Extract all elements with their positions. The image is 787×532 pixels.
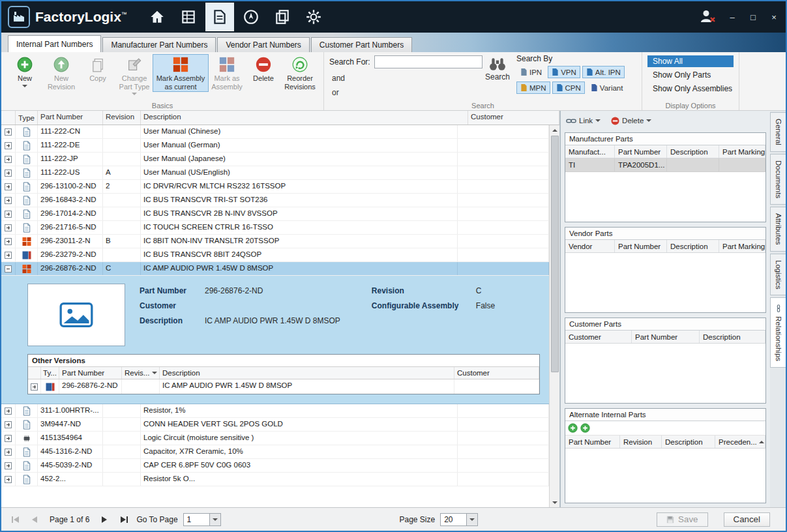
save-button[interactable]: Save [657, 512, 707, 527]
table-row[interactable]: 111-222-CN User Manual (Chinese) [1, 125, 549, 139]
filter-vpn[interactable]: VPN [548, 66, 580, 78]
scroll-up-icon[interactable] [550, 125, 559, 135]
dropdown-caret-icon[interactable] [466, 514, 477, 525]
column-description[interactable]: Description [141, 111, 468, 125]
ov-column-customer[interactable]: Customer [454, 367, 539, 379]
expand-icon[interactable] [5, 142, 12, 149]
column-customer[interactable]: Customer [565, 331, 632, 343]
column-part-number[interactable]: Part Number [632, 331, 700, 343]
worksheet-icon[interactable] [174, 3, 203, 31]
ov-column-description[interactable]: Description [160, 367, 454, 379]
expand-icon[interactable] [5, 183, 12, 190]
filter-mpn[interactable]: MPN [516, 81, 550, 94]
last-page-button[interactable] [117, 513, 131, 526]
table-row[interactable]: 3M9447-ND CONN HEADER VERT SGL 2POS GOLD [1, 418, 549, 432]
table-row[interactable]: 4151354964 Logic Circuit (moisture sensi… [1, 432, 549, 445]
maximize-button[interactable]: □ [748, 12, 758, 22]
column-customer[interactable]: Customer [468, 111, 559, 125]
table-row[interactable]: 296-23279-2-ND IC BUS TRANSCVR 8BIT 24QS… [1, 248, 549, 262]
side-tab-documents[interactable]: Documents [770, 154, 786, 205]
ov-column-revision[interactable]: Revis... [122, 367, 160, 379]
tab-manufacturer-part-numbers[interactable]: Manufacturer Part Numbers [102, 37, 216, 52]
table-row[interactable]: 296-16843-2-ND IC BUS TRANSCVR TRI-ST SO… [1, 194, 549, 207]
table-row[interactable]: 296-23011-2-N B IC 8BIT NON-INV TRANSLTR… [1, 235, 549, 248]
expand-icon[interactable] [5, 252, 12, 259]
vertical-scrollbar[interactable] [549, 125, 559, 507]
scrollbar-thumb[interactable] [551, 136, 559, 372]
copy-button[interactable]: Copy [80, 54, 116, 84]
page-size-select[interactable]: 20 [440, 513, 478, 526]
previous-page-button[interactable] [27, 513, 42, 526]
filter-alt-ipn[interactable]: Alt. IPN [582, 66, 625, 78]
settings-gear-icon[interactable] [299, 3, 328, 31]
expand-icon[interactable] [5, 449, 12, 456]
expand-icon[interactable] [5, 211, 12, 218]
column-part-marking[interactable]: Part Marking [719, 145, 765, 158]
new-button[interactable]: New [7, 54, 43, 89]
next-page-button[interactable] [97, 513, 111, 526]
side-tab-attributes[interactable]: Attributes [770, 207, 786, 252]
table-row[interactable]: 445-5039-2-ND CAP CER 6.8PF 50V C0G 0603 [1, 459, 549, 473]
expand-icon[interactable] [5, 170, 12, 177]
mark-as-assembly-button[interactable]: Mark as Assembly [209, 54, 245, 92]
show-only-assemblies-option[interactable]: Show Only Assemblies [647, 83, 734, 95]
column-manufacturer[interactable]: Manufact... [565, 145, 615, 158]
reorder-revisions-button[interactable]: Reorder Revisions [282, 54, 318, 92]
unlink-delete-button[interactable]: Delete [611, 117, 651, 125]
expand-icon[interactable] [5, 128, 12, 136]
minimize-button[interactable]: – [727, 12, 737, 22]
expand-icon[interactable] [5, 435, 12, 442]
tab-vendor-part-numbers[interactable]: Vendor Part Numbers [217, 37, 309, 52]
column-precedence[interactable]: Preceden... [715, 436, 765, 448]
column-description[interactable]: Description [700, 331, 765, 343]
first-page-button[interactable] [8, 513, 22, 526]
expand-icon[interactable] [5, 224, 12, 231]
table-row[interactable]: 445-1316-2-ND Capacitor, X7R Ceramic, 10… [1, 445, 549, 459]
documents-icon[interactable] [268, 3, 297, 31]
column-part-marking[interactable]: Part Marking [719, 240, 765, 252]
column-description[interactable]: Description [667, 145, 719, 158]
expand-icon[interactable] [5, 238, 12, 245]
tab-internal-part-numbers[interactable]: Internal Part Numbers [8, 35, 101, 52]
table-row[interactable]: 311-1.00HRTR-... Resistor, 1% [1, 404, 549, 418]
side-tab-general[interactable]: General [770, 112, 786, 152]
column-description[interactable]: Description [662, 436, 715, 448]
part-image-placeholder[interactable] [27, 284, 125, 346]
part-numbers-icon[interactable] [205, 3, 234, 31]
scroll-down-icon[interactable] [550, 497, 559, 507]
ov-column-type[interactable]: Ty... [41, 367, 59, 379]
link-button[interactable]: Link [566, 117, 601, 125]
expand-icon[interactable] [5, 476, 12, 483]
expand-icon[interactable] [5, 197, 12, 204]
mark-assembly-as-current-button[interactable]: Mark Assembly as current [153, 54, 209, 92]
collapse-icon[interactable] [5, 265, 12, 273]
column-type[interactable]: Type [16, 111, 38, 125]
show-only-parts-option[interactable]: Show Only Parts [647, 69, 734, 81]
table-row[interactable]: 296-13100-2-ND 2 IC DRVR/RCVR MLTCH RS23… [1, 180, 549, 194]
search-input[interactable] [374, 55, 483, 68]
dropdown-caret-icon[interactable] [209, 514, 220, 525]
expand-icon[interactable] [5, 407, 12, 415]
table-row[interactable]: 111-222-US A User Manual (US/English) [1, 166, 549, 180]
table-row[interactable]: 111-222-JP User Manual (Japanese) [1, 153, 549, 166]
other-version-row[interactable]: 296-26876-2-ND IC AMP AUDIO PWR 1.45W D … [28, 379, 539, 394]
column-vendor[interactable]: Vendor [565, 240, 615, 252]
add-alternate-part-button[interactable] [568, 423, 578, 433]
table-row[interactable]: 296-17014-2-ND IC BUS TRANSCVR 2B N-INV … [1, 207, 549, 221]
table-row[interactable]: 296-21716-5-ND IC TOUCH SCREEN CTRLR 16-… [1, 221, 549, 235]
home-icon[interactable] [143, 3, 171, 31]
filter-cpn[interactable]: CPN [552, 81, 585, 94]
show-all-option[interactable]: Show All [647, 55, 734, 67]
expand-icon[interactable] [5, 462, 12, 469]
expand-icon[interactable] [5, 421, 12, 428]
tab-customer-part-numbers[interactable]: Customer Part Numbers [311, 37, 412, 52]
expand-icon[interactable] [5, 156, 12, 163]
column-part-number[interactable]: Part Number [615, 240, 667, 252]
search-button[interactable]: Search [483, 54, 512, 81]
user-logout-icon[interactable] [698, 8, 717, 26]
expand-icon[interactable] [31, 383, 38, 391]
change-part-type-button[interactable]: Change Part Type [116, 54, 153, 96]
close-button[interactable]: × [769, 12, 779, 22]
new-revision-button[interactable]: New Revision [43, 54, 80, 92]
column-part-number[interactable]: Part Number [38, 111, 103, 125]
